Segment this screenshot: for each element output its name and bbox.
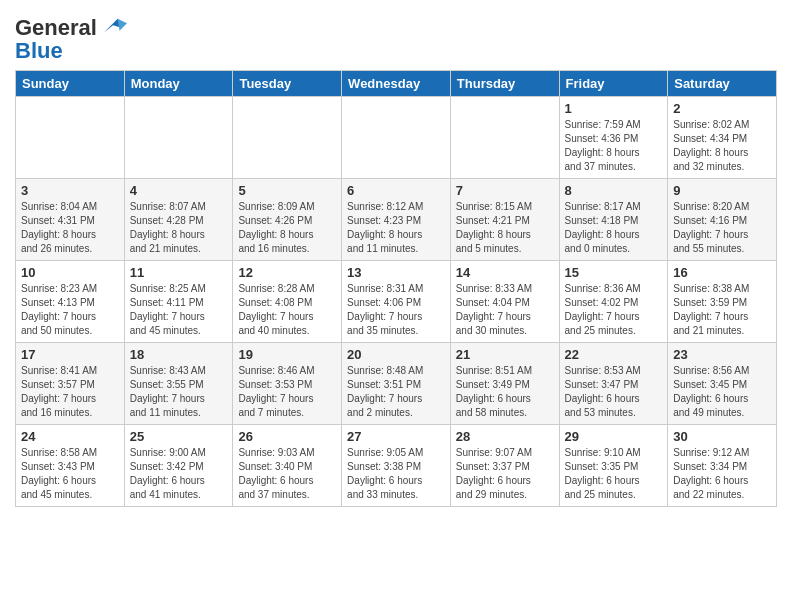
day-number: 6	[347, 183, 445, 198]
calendar-day: 25Sunrise: 9:00 AM Sunset: 3:42 PM Dayli…	[124, 425, 233, 507]
day-number: 23	[673, 347, 771, 362]
calendar-day: 21Sunrise: 8:51 AM Sunset: 3:49 PM Dayli…	[450, 343, 559, 425]
calendar-day: 28Sunrise: 9:07 AM Sunset: 3:37 PM Dayli…	[450, 425, 559, 507]
calendar-day: 27Sunrise: 9:05 AM Sunset: 3:38 PM Dayli…	[342, 425, 451, 507]
calendar-week-row: 24Sunrise: 8:58 AM Sunset: 3:43 PM Dayli…	[16, 425, 777, 507]
day-number: 22	[565, 347, 663, 362]
day-info: Sunrise: 9:00 AM Sunset: 3:42 PM Dayligh…	[130, 446, 228, 502]
day-info: Sunrise: 8:58 AM Sunset: 3:43 PM Dayligh…	[21, 446, 119, 502]
day-number: 30	[673, 429, 771, 444]
calendar-day: 14Sunrise: 8:33 AM Sunset: 4:04 PM Dayli…	[450, 261, 559, 343]
day-number: 20	[347, 347, 445, 362]
day-info: Sunrise: 8:07 AM Sunset: 4:28 PM Dayligh…	[130, 200, 228, 256]
calendar-day: 29Sunrise: 9:10 AM Sunset: 3:35 PM Dayli…	[559, 425, 668, 507]
day-info: Sunrise: 8:15 AM Sunset: 4:21 PM Dayligh…	[456, 200, 554, 256]
calendar-day: 24Sunrise: 8:58 AM Sunset: 3:43 PM Dayli…	[16, 425, 125, 507]
calendar-day: 19Sunrise: 8:46 AM Sunset: 3:53 PM Dayli…	[233, 343, 342, 425]
calendar-week-row: 17Sunrise: 8:41 AM Sunset: 3:57 PM Dayli…	[16, 343, 777, 425]
calendar-day: 18Sunrise: 8:43 AM Sunset: 3:55 PM Dayli…	[124, 343, 233, 425]
day-number: 7	[456, 183, 554, 198]
logo-icon	[99, 14, 127, 42]
day-number: 17	[21, 347, 119, 362]
day-number: 21	[456, 347, 554, 362]
day-number: 27	[347, 429, 445, 444]
calendar-weekday: Thursday	[450, 71, 559, 97]
calendar-week-row: 1Sunrise: 7:59 AM Sunset: 4:36 PM Daylig…	[16, 97, 777, 179]
day-number: 15	[565, 265, 663, 280]
calendar-weekday: Monday	[124, 71, 233, 97]
calendar-day: 30Sunrise: 9:12 AM Sunset: 3:34 PM Dayli…	[668, 425, 777, 507]
day-number: 12	[238, 265, 336, 280]
day-info: Sunrise: 8:31 AM Sunset: 4:06 PM Dayligh…	[347, 282, 445, 338]
day-number: 19	[238, 347, 336, 362]
calendar-day: 17Sunrise: 8:41 AM Sunset: 3:57 PM Dayli…	[16, 343, 125, 425]
calendar-day: 23Sunrise: 8:56 AM Sunset: 3:45 PM Dayli…	[668, 343, 777, 425]
day-number: 18	[130, 347, 228, 362]
day-number: 14	[456, 265, 554, 280]
day-info: Sunrise: 8:51 AM Sunset: 3:49 PM Dayligh…	[456, 364, 554, 420]
day-info: Sunrise: 8:53 AM Sunset: 3:47 PM Dayligh…	[565, 364, 663, 420]
day-number: 1	[565, 101, 663, 116]
day-number: 5	[238, 183, 336, 198]
day-number: 8	[565, 183, 663, 198]
calendar-day: 12Sunrise: 8:28 AM Sunset: 4:08 PM Dayli…	[233, 261, 342, 343]
calendar-empty-day	[233, 97, 342, 179]
day-number: 13	[347, 265, 445, 280]
day-info: Sunrise: 8:33 AM Sunset: 4:04 PM Dayligh…	[456, 282, 554, 338]
calendar-header-row: SundayMondayTuesdayWednesdayThursdayFrid…	[16, 71, 777, 97]
day-number: 16	[673, 265, 771, 280]
calendar-empty-day	[16, 97, 125, 179]
day-info: Sunrise: 8:46 AM Sunset: 3:53 PM Dayligh…	[238, 364, 336, 420]
page: General Blue SundayMondayTuesdayWednesda…	[0, 0, 792, 517]
calendar-empty-day	[450, 97, 559, 179]
day-info: Sunrise: 8:56 AM Sunset: 3:45 PM Dayligh…	[673, 364, 771, 420]
day-info: Sunrise: 8:43 AM Sunset: 3:55 PM Dayligh…	[130, 364, 228, 420]
calendar-weekday: Wednesday	[342, 71, 451, 97]
calendar-weekday: Friday	[559, 71, 668, 97]
svg-marker-1	[118, 19, 127, 31]
calendar-empty-day	[342, 97, 451, 179]
day-number: 28	[456, 429, 554, 444]
calendar-day: 13Sunrise: 8:31 AM Sunset: 4:06 PM Dayli…	[342, 261, 451, 343]
day-info: Sunrise: 8:28 AM Sunset: 4:08 PM Dayligh…	[238, 282, 336, 338]
day-info: Sunrise: 7:59 AM Sunset: 4:36 PM Dayligh…	[565, 118, 663, 174]
day-info: Sunrise: 8:04 AM Sunset: 4:31 PM Dayligh…	[21, 200, 119, 256]
day-number: 25	[130, 429, 228, 444]
day-number: 26	[238, 429, 336, 444]
day-number: 2	[673, 101, 771, 116]
logo: General Blue	[15, 14, 127, 64]
calendar-weekday: Saturday	[668, 71, 777, 97]
day-number: 4	[130, 183, 228, 198]
day-info: Sunrise: 8:48 AM Sunset: 3:51 PM Dayligh…	[347, 364, 445, 420]
calendar-day: 3Sunrise: 8:04 AM Sunset: 4:31 PM Daylig…	[16, 179, 125, 261]
calendar-week-row: 10Sunrise: 8:23 AM Sunset: 4:13 PM Dayli…	[16, 261, 777, 343]
calendar-day: 5Sunrise: 8:09 AM Sunset: 4:26 PM Daylig…	[233, 179, 342, 261]
calendar-day: 22Sunrise: 8:53 AM Sunset: 3:47 PM Dayli…	[559, 343, 668, 425]
day-info: Sunrise: 8:09 AM Sunset: 4:26 PM Dayligh…	[238, 200, 336, 256]
day-info: Sunrise: 8:36 AM Sunset: 4:02 PM Dayligh…	[565, 282, 663, 338]
day-info: Sunrise: 8:41 AM Sunset: 3:57 PM Dayligh…	[21, 364, 119, 420]
calendar-day: 7Sunrise: 8:15 AM Sunset: 4:21 PM Daylig…	[450, 179, 559, 261]
day-info: Sunrise: 8:17 AM Sunset: 4:18 PM Dayligh…	[565, 200, 663, 256]
day-info: Sunrise: 8:38 AM Sunset: 3:59 PM Dayligh…	[673, 282, 771, 338]
day-info: Sunrise: 9:03 AM Sunset: 3:40 PM Dayligh…	[238, 446, 336, 502]
calendar-day: 2Sunrise: 8:02 AM Sunset: 4:34 PM Daylig…	[668, 97, 777, 179]
calendar-day: 1Sunrise: 7:59 AM Sunset: 4:36 PM Daylig…	[559, 97, 668, 179]
calendar-day: 10Sunrise: 8:23 AM Sunset: 4:13 PM Dayli…	[16, 261, 125, 343]
calendar-weekday: Sunday	[16, 71, 125, 97]
day-info: Sunrise: 9:12 AM Sunset: 3:34 PM Dayligh…	[673, 446, 771, 502]
calendar-day: 9Sunrise: 8:20 AM Sunset: 4:16 PM Daylig…	[668, 179, 777, 261]
calendar-day: 20Sunrise: 8:48 AM Sunset: 3:51 PM Dayli…	[342, 343, 451, 425]
day-info: Sunrise: 8:23 AM Sunset: 4:13 PM Dayligh…	[21, 282, 119, 338]
calendar-day: 26Sunrise: 9:03 AM Sunset: 3:40 PM Dayli…	[233, 425, 342, 507]
day-number: 11	[130, 265, 228, 280]
day-number: 10	[21, 265, 119, 280]
calendar-week-row: 3Sunrise: 8:04 AM Sunset: 4:31 PM Daylig…	[16, 179, 777, 261]
calendar-table: SundayMondayTuesdayWednesdayThursdayFrid…	[15, 70, 777, 507]
calendar-day: 4Sunrise: 8:07 AM Sunset: 4:28 PM Daylig…	[124, 179, 233, 261]
day-info: Sunrise: 9:10 AM Sunset: 3:35 PM Dayligh…	[565, 446, 663, 502]
calendar-day: 16Sunrise: 8:38 AM Sunset: 3:59 PM Dayli…	[668, 261, 777, 343]
day-info: Sunrise: 9:05 AM Sunset: 3:38 PM Dayligh…	[347, 446, 445, 502]
day-info: Sunrise: 8:20 AM Sunset: 4:16 PM Dayligh…	[673, 200, 771, 256]
day-number: 9	[673, 183, 771, 198]
